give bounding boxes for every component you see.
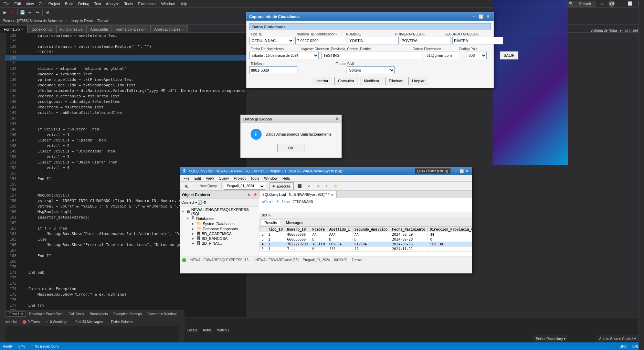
menu-edit[interactable]: Edit <box>12 1 23 7</box>
direccion-input[interactable] <box>321 52 422 59</box>
tree-databases[interactable]: ▼ 🗄 Databases <box>181 216 258 221</box>
menu-test[interactable]: Test <box>92 1 103 7</box>
toolbar-save[interactable]: 💾 <box>19 9 26 16</box>
table-row[interactable]: 3 1 666666666 D D D 2024-02-28 R <box>260 237 472 242</box>
table-row[interactable]: 4 1 7022270200 YOSTIN POVEDA RIVERA 2024… <box>260 242 472 247</box>
menu-project[interactable]: Project <box>46 1 62 7</box>
bottom-tab-powershell[interactable]: Developer PowerShell <box>27 312 65 316</box>
tipoid-select[interactable]: CEDULA NAC <box>249 37 294 44</box>
segundoapellido-input[interactable] <box>452 37 503 44</box>
ok-button[interactable]: OK <box>277 144 305 152</box>
tree-bd-finai[interactable]: ▶ 🗄 BD_FINAI... <box>181 241 258 246</box>
execute-button[interactable]: ▶ Execute <box>270 182 294 190</box>
debug-tab-autos[interactable]: Autos <box>203 328 212 332</box>
sql-grid-btn[interactable]: ⊞ <box>314 183 322 190</box>
win-captura-restore[interactable]: ⬜ <box>478 13 484 20</box>
menu-help[interactable]: Help <box>178 1 190 7</box>
new-query-button[interactable]: 📄 New Query <box>192 183 219 190</box>
tree-bd-academica[interactable]: ▶ 🗄 BD_ACADEMICA <box>181 231 258 236</box>
sql-menu-file[interactable]: File <box>181 176 192 181</box>
tree-server[interactable]: ▼ 🖥 NEWALIENWARE\SQLEXPRESS (SQL <box>181 207 258 216</box>
table-row[interactable]: 5 1 7... M ??? ?? 2024-11-?? ... <box>260 247 472 252</box>
sql-menu-query[interactable]: Query <box>217 176 231 181</box>
obj-filter-btn[interactable]: ⚙ <box>203 200 207 205</box>
sql-menu-tools[interactable]: Tools <box>249 176 262 181</box>
estadocivil-select[interactable]: Soltero <box>347 66 395 74</box>
limpiar-button[interactable]: Limpiar <box>408 77 428 85</box>
sql-quicklaunch[interactable]: Quick Launch (Ctrl+Q) <box>415 168 451 174</box>
nombre-input[interactable] <box>348 37 399 44</box>
telefono-input[interactable] <box>249 66 297 74</box>
sql-connect-btn[interactable]: 🔌 <box>181 183 190 190</box>
menu-file[interactable]: File <box>1 1 12 7</box>
menu-git[interactable]: Git <box>36 1 45 7</box>
tab-appconfig[interactable]: App.config <box>86 25 112 33</box>
obj-refresh-btn[interactable]: 🔄 <box>198 200 202 205</box>
sql-query-area[interactable]: select * from CIUDADANO <box>259 198 472 212</box>
tree-bd-bancosa[interactable]: ▶ 🗄 BD_BANCOSA <box>181 236 258 241</box>
sql-query-tab-close[interactable]: ✕ <box>331 193 334 197</box>
bottom-tab-errorlist[interactable]: Error List <box>7 311 26 317</box>
bottom-tab-command[interactable]: Command Window <box>145 312 178 316</box>
minimize-btn[interactable]: ─ <box>618 1 625 7</box>
consultar-button[interactable]: Consultar <box>334 77 358 85</box>
eliminar-button[interactable]: Eliminar <box>385 77 407 85</box>
sql-menu-view[interactable]: View <box>204 176 216 181</box>
sql-close[interactable]: ✕ <box>464 168 470 174</box>
sql-restore[interactable]: ⬜ <box>459 168 464 174</box>
obj-explorer-pin[interactable]: 📌 <box>253 193 257 197</box>
toolbar-redo[interactable]: ↪ <box>34 9 41 16</box>
tab-form1design[interactable]: Form1.vb [Design] <box>112 25 150 33</box>
table-row[interactable]: 2 1 466666666 AA AAA AA 2024-02-29 HH <box>260 232 472 237</box>
modificar-button[interactable]: Modificar <box>360 77 383 85</box>
toolbar-start[interactable]: ▶ <box>1 9 8 16</box>
database-select[interactable]: Prograll_01_2024 <box>224 183 265 190</box>
win-captura-close[interactable]: ✕ <box>485 13 491 20</box>
sql-text-btn[interactable]: ≡ <box>323 183 330 190</box>
codigopais-select[interactable]: 506 <box>466 52 487 59</box>
win-captura-minimize[interactable]: ─ <box>471 13 477 20</box>
debug-tab-watch1[interactable]: Watch 1 <box>217 328 229 332</box>
dialog-close-icon[interactable]: ✕ <box>336 117 339 121</box>
menu-extensions[interactable]: Extensions <box>136 1 159 7</box>
sql-query-tab[interactable]: SQLQuery1.sql - N...ENWARE\yosti (53))* … <box>259 191 337 198</box>
bottom-tab-callstack[interactable]: Call Stack <box>67 312 86 316</box>
menu-debug[interactable]: Debug <box>76 1 91 7</box>
toolbar-build[interactable]: ⚙ <box>44 9 51 16</box>
error-solution[interactable]: Entire Solution <box>111 320 133 324</box>
sql-menu-edit[interactable]: Edit <box>192 176 203 181</box>
connect-dropdown[interactable]: Connect ▾ <box>181 201 197 204</box>
sql-stop-btn[interactable]: ⬛ <box>295 183 304 190</box>
results-tab-results[interactable]: Results <box>261 220 281 225</box>
obj-explorer-close[interactable]: ✕ <box>247 193 250 197</box>
results-tab-messages[interactable]: Messages <box>282 220 307 226</box>
sql-minimize[interactable]: ─ <box>453 168 459 174</box>
salir-button[interactable]: SALIR <box>500 51 518 60</box>
sql-file-btn[interactable]: 📁 <box>331 183 340 190</box>
tab-appdes[interactable]: Application.Des... <box>150 25 188 33</box>
restore-btn[interactable]: ⬜ <box>626 1 635 7</box>
tab-conexion[interactable]: Conexion.vb <box>28 25 56 33</box>
debug-tab-locals[interactable]: Locals <box>187 328 197 332</box>
bottom-tab-exceptions[interactable]: Exception Settings <box>111 312 144 316</box>
tab-form1vb[interactable]: Form1.vb ✕ <box>0 25 28 33</box>
fechanac-select[interactable]: sábado , 16 de marzo de 2024 <box>249 52 319 59</box>
sql-menu-help[interactable]: Help <box>280 176 292 181</box>
add-to-source-control-btn[interactable]: Add to Source Control ▾ <box>597 335 638 342</box>
menu-tools[interactable]: Tools <box>122 1 135 7</box>
menu-build[interactable]: Build <box>63 1 75 7</box>
tab-funciones[interactable]: Funciones.vb <box>56 25 86 33</box>
tree-db-snapshots[interactable]: ▶ 📁 Database Snapshots <box>181 226 258 231</box>
tab-form1vb-close[interactable]: ✕ <box>21 27 24 31</box>
sql-menu-project[interactable]: Project <box>232 176 247 181</box>
primerapellido-input[interactable] <box>400 37 451 44</box>
numeroid-input[interactable] <box>295 37 346 44</box>
sql-parse-btn[interactable]: ✓ <box>305 183 313 190</box>
sql-menu-window[interactable]: Window <box>262 176 279 181</box>
user-avatar[interactable]: YR <box>609 1 615 7</box>
bottom-tab-breakpoints[interactable]: Breakpoints <box>88 312 110 316</box>
menu-view[interactable]: View <box>24 1 36 7</box>
menu-analyze[interactable]: Analyze <box>104 1 122 7</box>
menu-window[interactable]: Window <box>159 1 177 7</box>
toolbar-stop[interactable]: ■ <box>9 9 16 16</box>
